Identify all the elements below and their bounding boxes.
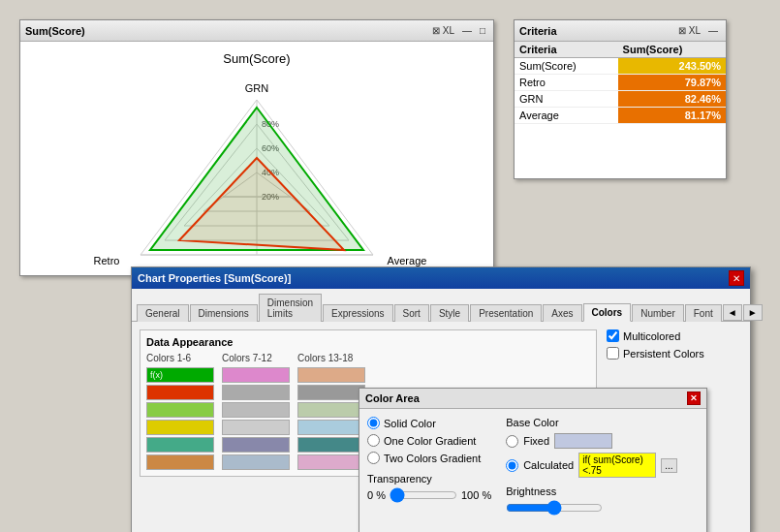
tab-dimension-limits[interactable]: Dimension Limits <box>259 294 322 322</box>
tab-nav-next[interactable]: ► <box>743 304 763 321</box>
color-swatch-6[interactable] <box>146 454 214 470</box>
chart-window-controls: ⊠ XL — □ <box>429 25 488 36</box>
col-title-13-18: Colors 13-18 <box>297 353 365 363</box>
color-swatch-12[interactable] <box>222 454 290 470</box>
transparency-min: 0 % <box>367 489 386 501</box>
chart-area: Sum(Score) GRN Retro Average 80% 60 <box>20 42 493 284</box>
transparency-label: Transparency <box>367 473 491 485</box>
row-value: 243.50% <box>618 58 726 75</box>
multicolored-checkbox[interactable] <box>607 329 619 342</box>
fixed-color-row: Fixed <box>506 433 699 449</box>
row-value: 81.17% <box>618 108 726 124</box>
persistent-colors-checkbox[interactable] <box>607 347 619 360</box>
transparency-max: 100 % <box>461 489 491 501</box>
summary-data-table: Criteria Sum(Score) Sum(Score) 243.50% R… <box>515 42 726 124</box>
chart-window: Sum(Score) ⊠ XL — □ Sum(Score) <box>19 19 494 276</box>
color-swatch-11[interactable] <box>222 437 290 453</box>
calculated-radio[interactable] <box>506 459 518 472</box>
color-column-13-18: Colors 13-18 <box>297 353 365 470</box>
color-swatch-13[interactable] <box>297 367 365 383</box>
tab-nav-prev[interactable]: ◄ <box>723 304 742 321</box>
brightness-section: Brightness <box>506 485 699 516</box>
col-criteria: Criteria <box>515 42 618 58</box>
solid-color-radio[interactable] <box>367 417 380 429</box>
color-swatch-10[interactable] <box>222 420 290 435</box>
multicolored-label: Multicolored <box>623 330 680 342</box>
chart-minimize[interactable]: — <box>459 25 475 36</box>
color-swatch-3[interactable] <box>146 402 214 418</box>
chart-maximize[interactable]: □ <box>477 25 488 36</box>
base-color-options: Fixed Calculated if( sum(Score)<.75 ... <box>506 433 699 478</box>
color-swatch-14[interactable] <box>297 385 365 400</box>
color-column-1-6: Colors 1-6 f(x) <box>146 353 214 470</box>
persistent-colors-label: Persistent Colors <box>623 348 704 360</box>
tab-style[interactable]: Style <box>430 304 469 322</box>
color-swatch-1[interactable]: f(x) <box>146 367 214 383</box>
table-row: Retro 79.87% <box>515 75 726 91</box>
table-row: GRN 82.46% <box>515 91 726 108</box>
two-gradient-label: Two Colors Gradient <box>384 453 481 464</box>
table-row: Average 81.17% <box>515 108 726 124</box>
tab-number[interactable]: Number <box>632 304 684 322</box>
transparency-section: Transparency 0 % 100 % <box>367 473 491 503</box>
tab-dimensions[interactable]: Dimensions <box>190 304 258 322</box>
tab-general[interactable]: General <box>137 304 189 322</box>
fixed-color-swatch[interactable] <box>554 433 612 449</box>
one-gradient-row: One Color Gradient <box>367 434 491 447</box>
color-swatch-8[interactable] <box>222 385 290 400</box>
base-color-title: Base Color <box>506 417 699 428</box>
dialog-close-button[interactable]: ✕ <box>729 270 744 286</box>
one-gradient-label: One Color Gradient <box>384 435 476 447</box>
transparency-slider[interactable] <box>390 487 457 503</box>
tab-axes[interactable]: Axes <box>543 304 581 322</box>
tab-colors[interactable]: Colors <box>583 303 632 322</box>
chart-main-title: Sum(Score) <box>223 51 290 66</box>
chart-icon-xl[interactable]: ⊠ XL <box>429 25 457 36</box>
color-swatch-9[interactable] <box>222 402 290 418</box>
calculated-expr-field[interactable]: if( sum(Score)<.75 <box>578 453 656 478</box>
color-swatch-18[interactable] <box>297 454 365 470</box>
row-label: Sum(Score) <box>515 58 618 75</box>
brightness-slider[interactable] <box>506 500 603 516</box>
row-label: Average <box>515 108 618 124</box>
color-swatch-5[interactable] <box>146 437 214 453</box>
color-swatch-7[interactable] <box>222 367 290 383</box>
brightness-label: Brightness <box>506 485 556 497</box>
color-area-title: Color Area <box>365 392 420 404</box>
col-title-7-12: Colors 7-12 <box>222 353 290 363</box>
dialog-title: Chart Properties [Sum(Score)] <box>138 272 291 284</box>
chart-window-title: Sum(Score) <box>25 25 85 37</box>
solid-color-label: Solid Color <box>384 418 436 429</box>
dialog-tabs-bar: General Dimensions Dimension Limits Expr… <box>132 289 750 322</box>
summary-table-window: Criteria ⊠ XL — Criteria Sum(Score) Sum(… <box>514 19 727 179</box>
row-value: 82.46% <box>618 91 726 108</box>
table-row: Sum(Score) 243.50% <box>515 58 726 75</box>
chart-titlebar: Sum(Score) ⊠ XL — □ <box>20 20 493 42</box>
tab-font[interactable]: Font <box>685 304 722 322</box>
color-swatch-15[interactable] <box>297 402 365 418</box>
tab-sort[interactable]: Sort <box>394 304 429 322</box>
fixed-label: Fixed <box>523 435 549 447</box>
radar-chart-svg: GRN Retro Average 80% 60% 40% 20% <box>53 71 460 274</box>
tab-presentation[interactable]: Presentation <box>470 304 542 322</box>
row-label: Retro <box>515 75 618 91</box>
tab-expressions[interactable]: Expressions <box>323 304 392 322</box>
fixed-radio[interactable] <box>506 435 518 448</box>
one-gradient-radio[interactable] <box>367 434 380 447</box>
label-average: Average <box>388 255 427 266</box>
expr-btn[interactable]: ... <box>661 458 676 473</box>
color-area-close[interactable]: ✕ <box>687 391 701 405</box>
color-column-7-12: Colors 7-12 <box>222 353 290 470</box>
base-color-section: Base Color Fixed Calculated if( sum(Scor… <box>506 417 699 516</box>
color-swatch-4[interactable] <box>146 420 214 435</box>
summary-icon[interactable]: ⊠ XL <box>675 25 703 36</box>
data-appearance-title: Data Appearance <box>146 336 590 348</box>
color-swatch-2[interactable] <box>146 385 214 400</box>
color-swatch-16[interactable] <box>297 420 365 435</box>
two-gradient-radio[interactable] <box>367 452 380 464</box>
color-swatch-17[interactable] <box>297 437 365 453</box>
row-value: 79.87% <box>618 75 726 91</box>
label-grn: GRN <box>245 82 269 94</box>
color-area-content: Solid Color One Color Gradient Two Color… <box>359 409 706 523</box>
summary-close[interactable]: — <box>705 25 721 36</box>
